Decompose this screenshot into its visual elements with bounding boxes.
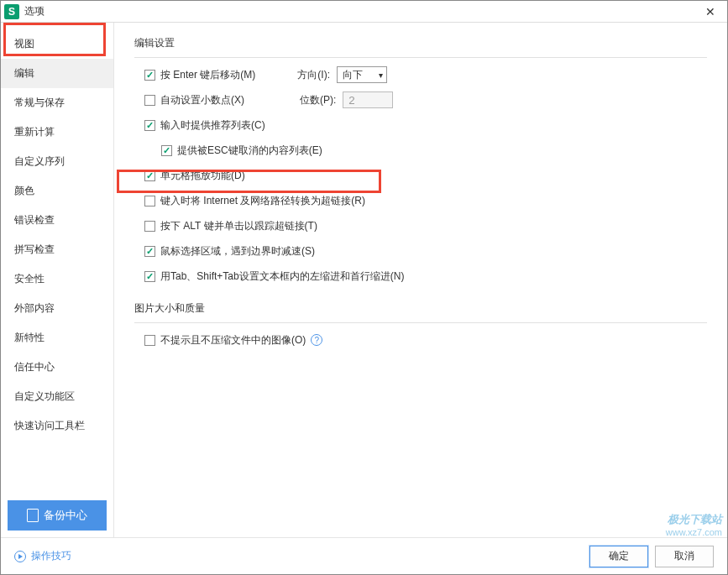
document-icon [27,509,39,522]
sidebar-item-external[interactable]: 外部内容 [1,294,113,323]
cancel-button[interactable]: 取消 [655,546,714,567]
label-auto-decimal[interactable]: 自动设置小数点(X) [160,93,244,107]
ok-button[interactable]: 确定 [589,546,648,567]
sidebar-item-color[interactable]: 颜色 [1,176,113,206]
image-section-title: 图片大小和质量 [134,301,707,316]
sidebar-item-newfeature[interactable]: 新特性 [1,323,113,353]
sidebar-item-quick-access[interactable]: 快速访问工具栏 [1,411,113,441]
checkbox-mouse-select-slow[interactable] [144,246,155,257]
backup-center-label: 备份中心 [44,508,87,523]
close-button[interactable]: ✕ [694,1,727,23]
checkbox-tab-indent[interactable] [144,271,155,282]
checkbox-auto-decimal[interactable] [144,95,155,106]
footer: 操作技巧 确定 取消 [1,537,727,574]
checkbox-cell-drag[interactable] [144,170,155,181]
edit-section-title: 编辑设置 [134,36,707,50]
label-mouse-select-slow[interactable]: 鼠标选择区域，遇到边界时减速(S) [160,244,315,259]
label-enter-move[interactable]: 按 Enter 键后移动(M) [160,68,255,82]
divider [134,322,707,323]
divider [134,57,707,58]
checkbox-no-compress-image[interactable] [144,335,155,346]
sidebar-item-recalc[interactable]: 重新计算 [1,118,113,147]
window-title: 选项 [24,4,694,18]
direction-select[interactable]: 向下 [337,66,387,83]
places-label: 位数(P): [300,93,336,107]
sidebar: 视图 编辑 常规与保存 重新计算 自定义序列 颜色 错误检查 拼写检查 安全性 … [1,23,114,537]
places-input [343,91,393,108]
checkbox-input-recommend[interactable] [144,120,155,131]
titlebar: S 选项 ✕ [1,1,727,23]
play-icon [14,551,26,562]
checkbox-alt-click-link[interactable] [144,221,155,232]
checkbox-enter-move[interactable] [144,70,155,81]
app-icon: S [4,4,19,19]
sidebar-item-edit[interactable]: 编辑 [1,59,113,88]
sidebar-item-general-save[interactable]: 常规与保存 [1,88,113,118]
tips-label: 操作技巧 [31,549,71,563]
sidebar-item-security[interactable]: 安全性 [1,264,113,294]
label-no-compress-image[interactable]: 不提示且不压缩文件中的图像(O) [160,333,306,348]
help-icon[interactable]: ? [311,334,322,346]
checkbox-esc-cancel[interactable] [161,145,172,156]
backup-center-button[interactable]: 备份中心 [8,500,107,531]
label-input-recommend[interactable]: 输入时提供推荐列表(C) [160,118,265,133]
sidebar-item-trust-center[interactable]: 信任中心 [1,353,113,382]
checkbox-internet-hyperlink[interactable] [144,196,155,206]
label-cell-drag[interactable]: 单元格拖放功能(D) [160,169,245,183]
label-alt-click-link[interactable]: 按下 ALT 键并单击以跟踪超链接(T) [160,219,317,233]
sidebar-item-error-check[interactable]: 错误检查 [1,206,113,235]
sidebar-item-custom-series[interactable]: 自定义序列 [1,147,113,176]
label-tab-indent[interactable]: 用Tab、Shift+Tab设置文本框内的左缩进和首行缩进(N) [160,269,404,284]
direction-value: 向下 [343,68,363,82]
label-esc-cancel[interactable]: 提供被ESC键取消的内容列表(E) [177,144,322,158]
label-internet-hyperlink[interactable]: 键入时将 Internet 及网络路径转换为超链接(R) [160,194,365,208]
tips-link[interactable]: 操作技巧 [14,549,71,563]
sidebar-item-view[interactable]: 视图 [1,29,113,59]
content-panel: 编辑设置 按 Enter 键后移动(M) 方向(I): 向下 [114,23,727,537]
direction-label: 方向(I): [297,68,330,82]
sidebar-item-spell-check[interactable]: 拼写检查 [1,235,113,264]
sidebar-item-custom-ribbon[interactable]: 自定义功能区 [1,382,113,411]
